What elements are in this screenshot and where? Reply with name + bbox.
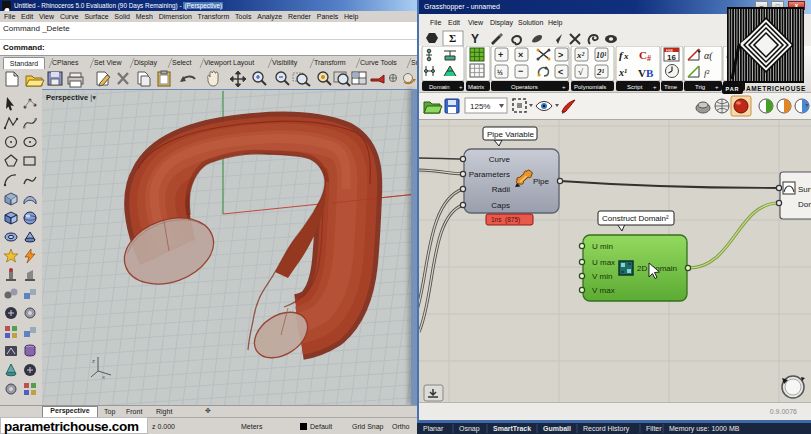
svg-text:10¹: 10¹ [596, 51, 607, 60]
svg-text:V max: V max [592, 286, 615, 295]
svg-text:<: < [558, 67, 563, 77]
svg-text:B: B [646, 67, 654, 79]
svg-text:Polynomials: Polynomials [574, 84, 606, 90]
svg-text:125%: 125% [470, 102, 490, 111]
svg-text:C: C [639, 49, 647, 61]
svg-text:Pipe: Pipe [533, 177, 550, 186]
svg-text:#: # [647, 54, 651, 63]
svg-text:Σ: Σ [449, 32, 456, 44]
svg-text:−: − [518, 66, 523, 76]
svg-text:+: + [715, 84, 719, 90]
svg-text:×: × [518, 50, 523, 60]
svg-text:x²: x² [576, 50, 585, 60]
svg-text:Domain: Domain [429, 84, 450, 90]
svg-text:+: + [562, 84, 566, 90]
svg-text:Parameters: Parameters [469, 170, 510, 179]
svg-text:f²: f² [704, 68, 710, 78]
svg-text:+: + [653, 84, 657, 90]
svg-text:Radii: Radii [492, 185, 510, 194]
svg-text:Curve: Curve [489, 155, 511, 164]
svg-text:Operators: Operators [511, 84, 538, 90]
svg-text:Pipe Variable: Pipe Variable [487, 130, 535, 139]
svg-text:Script: Script [627, 84, 643, 90]
svg-text:1ns (875): 1ns (875) [491, 216, 520, 224]
svg-text:+: + [459, 84, 463, 90]
svg-text:Matrix: Matrix [468, 84, 484, 90]
svg-text:Trig: Trig [695, 84, 705, 90]
svg-text:Surf: Surf [798, 185, 811, 194]
svg-text:x: x [623, 51, 629, 61]
svg-text:Dom: Dom [798, 200, 811, 209]
svg-text:16: 16 [667, 53, 676, 62]
svg-text:α(: α( [704, 50, 713, 62]
svg-text:V: V [638, 67, 646, 79]
svg-text:U max: U max [592, 258, 615, 267]
svg-text:x: x [102, 374, 105, 380]
svg-text:2¹: 2¹ [596, 67, 605, 77]
svg-text:Construct Domain²: Construct Domain² [602, 214, 669, 223]
svg-text:+: + [498, 50, 503, 60]
svg-text:x¹: x¹ [618, 67, 627, 78]
svg-text:Caps: Caps [491, 201, 510, 210]
svg-text:z: z [92, 358, 95, 364]
svg-text:V min: V min [592, 272, 612, 281]
svg-text:>: > [558, 50, 563, 60]
svg-text:½: ½ [497, 69, 503, 76]
svg-text:Y: Y [471, 32, 479, 46]
svg-text:Time: Time [664, 84, 678, 90]
svg-text:U min: U min [592, 242, 613, 251]
